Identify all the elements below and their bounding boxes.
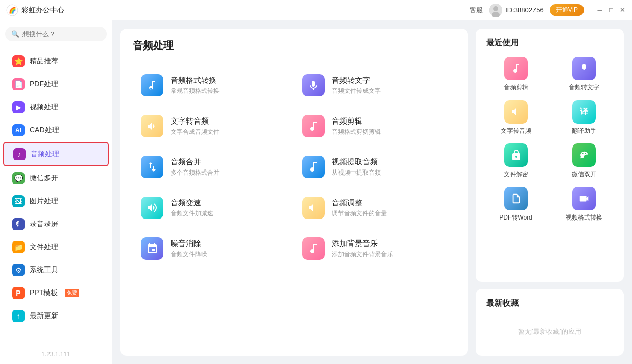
tool-video-extract[interactable]: 视频提取音频 从视频中提取音频 <box>294 147 455 187</box>
recent-pdf-word[interactable]: PDF转Word <box>486 187 546 222</box>
recent-wechat[interactable]: 微信双开 <box>554 143 614 179</box>
tool-volume-adjust[interactable]: 音频调整 调节音频文件的音量 <box>294 187 455 228</box>
tool-text-audio[interactable]: 文字转音频 文字合成音频文件 <box>133 106 294 147</box>
sidebar-item-image[interactable]: 🖼 图片处理 <box>3 190 109 212</box>
main-layout: 🔍 ⭐ 精品推荐 📄 PDF处理 ▶ 视频处理 AI CAD处理 <box>0 20 632 364</box>
sidebar-item-wechat[interactable]: 💬 微信多开 <box>3 167 109 189</box>
titlebar: 🌈 彩虹办公中心 客服 ID:38802756 开通VIP ─ □ ✕ <box>0 0 632 20</box>
format-convert-desc: 常规音频格式转换 <box>171 87 220 95</box>
sidebar-item-ppt[interactable]: P PPT模板 免费 <box>3 282 109 304</box>
tools-grid: 音频格式转换 常规音频格式转换 音频转文字 音频文件转成文字 <box>133 65 455 269</box>
recent-video-convert[interactable]: 视频格式转换 <box>554 187 614 222</box>
minimize-button[interactable]: ─ <box>596 7 603 14</box>
recent-translate-label: 翻译助手 <box>572 127 596 135</box>
vip-button[interactable]: 开通VIP <box>550 4 584 16</box>
window-controls: ─ □ ✕ <box>596 7 626 14</box>
recent-file-decrypt-icon <box>504 143 528 167</box>
avatar-icon <box>489 4 502 17</box>
speed-change-info: 音频变速 音频文件加减速 <box>171 198 213 218</box>
image-icon: 🖼 <box>12 195 25 207</box>
sidebar: 🔍 ⭐ 精品推荐 📄 PDF处理 ▶ 视频处理 AI CAD处理 <box>0 20 112 364</box>
audio-edit-name: 音频剪辑 <box>332 116 381 126</box>
user-id: ID:38802756 <box>505 6 543 14</box>
tool-speed-change[interactable]: 音频变速 音频文件加减速 <box>133 187 294 228</box>
audio-text-desc: 音频文件转成文字 <box>332 87 381 95</box>
noise-reduce-info: 噪音消除 音频文件降噪 <box>171 239 207 259</box>
recent-wechat-label: 微信双开 <box>572 170 596 179</box>
sidebar-item-record[interactable]: 🎙 录音录屏 <box>3 213 109 235</box>
recent-translate-icon: 译 <box>572 100 596 124</box>
recent-pdf-word-icon <box>504 187 528 210</box>
content-area: 音频处理 音频格式转换 常规音频格式转换 <box>112 20 632 364</box>
recent-audio-text-label: 音频转文字 <box>569 83 599 92</box>
record-icon: 🎙 <box>12 218 25 230</box>
favorites-card: 最新收藏 暂无[最新收藏]的应用 <box>476 289 624 356</box>
recent-audio-edit-icon <box>504 57 528 80</box>
support-link[interactable]: 客服 <box>470 6 483 15</box>
sidebar-item-cad[interactable]: AI CAD处理 <box>3 119 109 141</box>
close-button[interactable]: ✕ <box>619 7 626 14</box>
format-convert-icon <box>141 74 163 96</box>
recent-audio-edit[interactable]: 音频剪辑 <box>486 57 546 92</box>
audio-text-name: 音频转文字 <box>332 76 381 85</box>
recent-video-convert-icon <box>572 187 596 210</box>
audio-text-info: 音频转文字 音频文件转成文字 <box>332 76 381 95</box>
file-label: 文件处理 <box>30 242 58 252</box>
record-label: 录音录屏 <box>30 220 58 229</box>
tool-audio-merge[interactable]: 音频合并 多个音频格式合并 <box>133 147 294 187</box>
sidebar-item-update[interactable]: ↑ 最新更新 <box>3 305 109 327</box>
update-label: 最新更新 <box>30 311 58 321</box>
video-extract-name: 视频提取音频 <box>332 157 381 167</box>
sidebar-item-system[interactable]: ⚙ 系统工具 <box>3 259 109 281</box>
recent-translate[interactable]: 译 翻译助手 <box>554 100 614 135</box>
recent-audio-text[interactable]: 音频转文字 <box>554 57 614 92</box>
noise-reduce-icon <box>141 237 163 260</box>
system-label: 系统工具 <box>30 265 58 275</box>
tool-audio-text[interactable]: 音频转文字 音频文件转成文字 <box>294 65 455 106</box>
version-text: 1.23.1.111 <box>0 345 112 364</box>
ppt-icon: P <box>12 287 25 299</box>
tool-format-convert[interactable]: 音频格式转换 常规音频格式转换 <box>133 65 294 106</box>
sidebar-item-pdf[interactable]: 📄 PDF处理 <box>3 73 109 95</box>
sidebar-item-video[interactable]: ▶ 视频处理 <box>3 96 109 118</box>
recent-text-audio[interactable]: 文字转音频 <box>486 100 546 135</box>
recent-text-audio-icon <box>504 100 528 124</box>
audio-icon: ♪ <box>13 148 26 160</box>
add-bgm-info: 添加背景音乐 添加音频文件背景音乐 <box>332 239 393 259</box>
tool-noise-reduce[interactable]: 噪音消除 音频文件降噪 <box>133 228 294 269</box>
ppt-label: PPT模板 <box>30 288 58 298</box>
free-badge: 免费 <box>65 289 79 297</box>
sidebar-item-file[interactable]: 📁 文件处理 <box>3 236 109 258</box>
titlebar-right: 客服 ID:38802756 开通VIP ─ □ ✕ <box>470 4 626 17</box>
audio-edit-desc: 音频格式剪切剪辑 <box>332 128 381 136</box>
image-label: 图片处理 <box>30 197 58 206</box>
favorites-title: 最新收藏 <box>486 298 614 309</box>
format-convert-name: 音频格式转换 <box>171 76 220 85</box>
search-input[interactable] <box>22 30 108 38</box>
audio-edit-icon <box>302 115 325 137</box>
app-title: 彩虹办公中心 <box>21 6 64 15</box>
tool-add-bgm[interactable]: 添加背景音乐 添加音频文件背景音乐 <box>294 228 455 269</box>
user-info: ID:38802756 <box>489 4 543 17</box>
noise-reduce-desc: 音频文件降噪 <box>171 250 207 259</box>
search-box[interactable]: 🔍 <box>5 27 107 41</box>
sidebar-item-audio[interactable]: ♪ 音频处理 <box>3 142 109 166</box>
system-icon: ⚙ <box>12 264 25 276</box>
tool-audio-edit[interactable]: 音频剪辑 音频格式剪切剪辑 <box>294 106 455 147</box>
maximize-button[interactable]: □ <box>607 7 615 14</box>
tools-panel-title: 音频处理 <box>133 39 455 53</box>
video-label: 视频处理 <box>30 103 58 112</box>
recent-grid: 音频剪辑 音频转文字 <box>486 57 614 222</box>
text-audio-icon <box>141 115 163 137</box>
recent-file-decrypt[interactable]: 文件解密 <box>486 143 546 179</box>
tools-panel: 音频处理 音频格式转换 常规音频格式转换 <box>120 29 468 356</box>
audio-edit-info: 音频剪辑 音频格式剪切剪辑 <box>332 116 381 136</box>
speed-change-icon <box>141 197 163 219</box>
app-logo: 🌈 彩虹办公中心 <box>6 4 64 16</box>
speed-change-name: 音频变速 <box>171 198 213 208</box>
wechat-icon: 💬 <box>12 172 25 184</box>
jingpin-label: 精品推荐 <box>30 57 58 66</box>
sidebar-item-jingpin[interactable]: ⭐ 精品推荐 <box>3 50 109 72</box>
pdf-label: PDF处理 <box>30 80 58 89</box>
favorites-empty: 暂无[最新收藏]的应用 <box>486 317 614 347</box>
